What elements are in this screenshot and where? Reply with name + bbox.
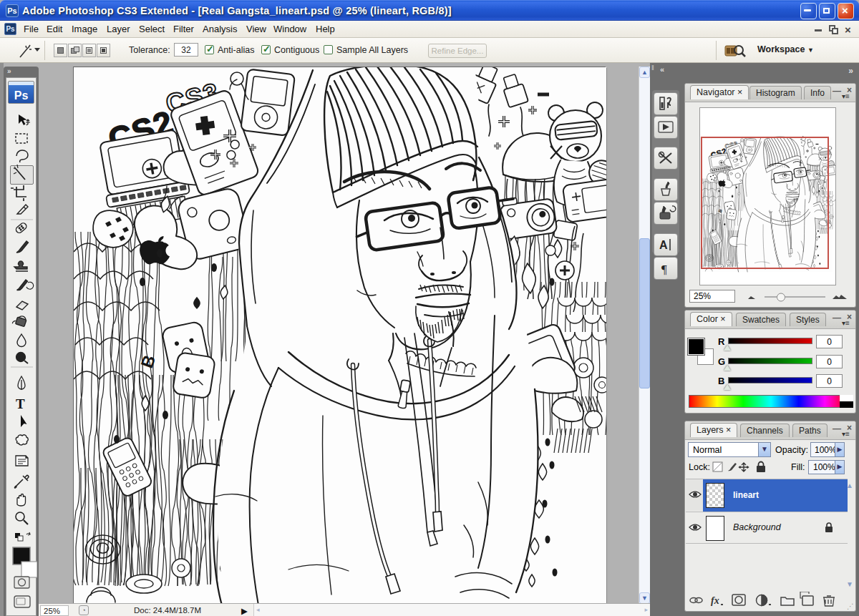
svg-text:T: T bbox=[16, 396, 25, 411]
svg-text:fx: fx bbox=[711, 595, 719, 606]
svg-text:¶: ¶ bbox=[661, 263, 667, 276]
svg-text:A: A bbox=[659, 239, 668, 251]
